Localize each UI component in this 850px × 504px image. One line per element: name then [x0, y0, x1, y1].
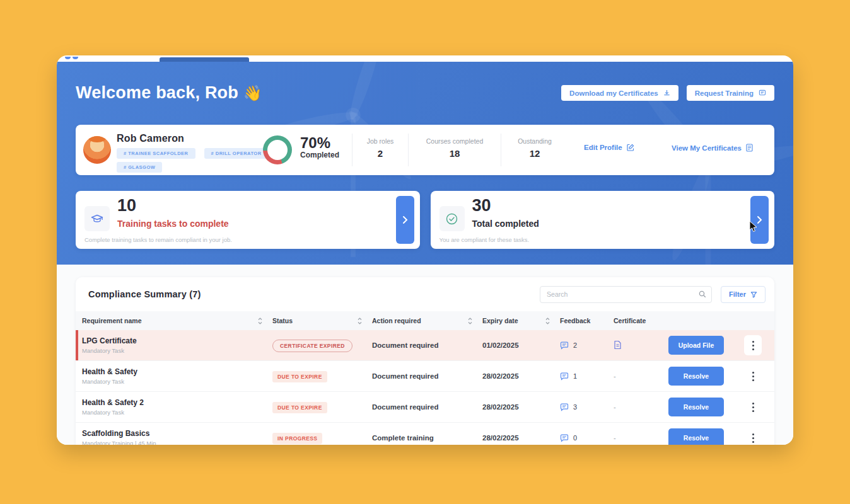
resolve-button[interactable]: Resolve	[668, 428, 724, 445]
chat-bubble-icon	[560, 434, 569, 442]
mouse-cursor	[749, 220, 759, 233]
search-box	[540, 286, 712, 303]
feedback-count[interactable]: 2	[560, 341, 614, 350]
column-header-feedback: Feedback	[560, 317, 614, 324]
requirement-name: Scaffolding Basics	[82, 429, 272, 438]
action-required: Complete training	[372, 434, 482, 442]
profile-name: Rob Cameron	[117, 133, 184, 144]
feedback-count[interactable]: 3	[560, 403, 614, 411]
total-completed-count: 30	[472, 196, 491, 215]
request-training-button[interactable]: Request Training	[687, 85, 774, 101]
role-tag: # DRILL OPERATOR	[204, 148, 269, 159]
requirement-name: Health & Safety	[82, 367, 272, 376]
stat-outstanding: Oustanding 12	[518, 137, 552, 159]
chat-bubble-icon	[560, 372, 569, 381]
training-tasks-title: Training tasks to complete	[117, 219, 229, 229]
table-row[interactable]: Health & Safety Mandatory Task DUE TO EX…	[76, 361, 774, 392]
total-completed-subtitle: You are compliant for these tasks.	[440, 236, 530, 243]
profile-card: Rob Cameron # TRAINEE SCAFFOLDER # DRILL…	[76, 125, 774, 175]
column-header-status[interactable]: Status	[272, 317, 372, 324]
location-tag: # GLASGOW	[117, 162, 162, 173]
expiry-date: 28/02/2025	[482, 403, 560, 411]
completion-readout: 70% Completed	[300, 135, 339, 159]
completion-label: Completed	[300, 151, 339, 159]
cropped-logo-mark	[65, 57, 71, 59]
feedback-count[interactable]: 0	[560, 434, 614, 442]
table-row[interactable]: Health & Safety 2 Mandatory Task DUE TO …	[76, 392, 774, 423]
divider	[501, 134, 501, 166]
pencil-square-icon	[627, 144, 634, 151]
content-area: Compliance Summary (7) Filter Requiremen…	[57, 265, 793, 445]
total-completed-card[interactable]: 30 Total completed You are compliant for…	[431, 191, 775, 249]
divider	[408, 134, 409, 166]
search-input[interactable]	[540, 286, 712, 303]
requirement-name: LPG Certificate	[82, 336, 272, 345]
status-badge: DUE TO EXPIRE	[272, 371, 327, 382]
expiry-date: 28/02/2025	[482, 372, 560, 380]
column-header-certificate: Certificate	[614, 317, 668, 324]
kebab-menu-icon[interactable]	[744, 335, 762, 355]
training-tasks-chevron-button[interactable]	[396, 196, 414, 244]
resolve-button[interactable]: Resolve	[668, 367, 724, 386]
sort-arrows-icon[interactable]	[468, 318, 472, 324]
check-circle-icon	[446, 213, 458, 225]
cropped-logo-mark	[73, 57, 78, 59]
kebab-menu-icon[interactable]	[744, 397, 762, 417]
chevron-right-icon	[402, 215, 408, 224]
column-header-expiry-date[interactable]: Expiry date	[482, 317, 560, 324]
search-icon[interactable]	[699, 290, 706, 298]
divider	[352, 134, 352, 166]
table-row[interactable]: Scaffolding Basics Mandatory Training | …	[76, 423, 774, 445]
file-icon	[614, 340, 622, 350]
table-header-row: Requirement name Status Action required …	[76, 311, 774, 330]
training-tasks-subtitle: Complete training tasks to remain compli…	[84, 236, 232, 243]
compliance-summary-card: Compliance Summary (7) Filter Requiremen…	[76, 277, 774, 445]
total-completed-title: Total completed	[472, 219, 539, 229]
status-badge: IN PROGRESS	[272, 433, 322, 444]
wave-emoji: 👋	[243, 84, 262, 101]
compliance-summary-title: Compliance Summary (7)	[88, 289, 201, 299]
column-header-action-required[interactable]: Action required	[372, 317, 482, 324]
training-tasks-count: 10	[117, 196, 136, 215]
icon-tile	[84, 206, 110, 231]
completion-donut	[263, 135, 292, 164]
resolve-button[interactable]: Resolve	[668, 398, 724, 416]
role-tag: # TRAINEE SCAFFOLDER	[117, 148, 195, 159]
status-badge: CERTIFICATE EXPIRED	[272, 340, 352, 352]
total-completed-chevron-button[interactable]	[750, 196, 769, 244]
filter-button[interactable]: Filter	[721, 286, 766, 303]
requirement-subtitle: Mandatory Task	[82, 409, 272, 416]
app-window: Welcome back, Rob 👋 Download my Certific…	[57, 55, 793, 445]
requirement-name: Health & Safety 2	[82, 398, 272, 407]
dashboard-header: Welcome back, Rob 👋 Download my Certific…	[57, 62, 793, 265]
download-certificates-button[interactable]: Download my Certificates	[561, 85, 678, 101]
chat-bubble-icon	[560, 403, 569, 411]
requirement-subtitle: Mandatory Training | 45 Min	[82, 440, 272, 445]
sort-arrows-icon[interactable]	[545, 318, 550, 324]
kebab-menu-icon[interactable]	[744, 428, 762, 445]
page-title: Welcome back, Rob 👋	[76, 83, 262, 103]
kebab-menu-icon[interactable]	[744, 366, 762, 386]
expiry-date: 01/02/2025	[482, 341, 560, 349]
sort-arrows-icon[interactable]	[258, 318, 262, 324]
completion-percent: 70%	[300, 135, 339, 151]
column-header-requirement-name[interactable]: Requirement name	[82, 317, 272, 324]
action-required: Document required	[372, 341, 482, 349]
funnel-icon	[750, 291, 757, 298]
certificate-empty: -	[614, 434, 668, 442]
expiry-date: 28/02/2025	[482, 434, 560, 442]
upload-file-button[interactable]: Upload File	[668, 336, 724, 355]
view-certificates-link[interactable]: View My Certificates	[672, 144, 753, 152]
icon-tile	[440, 206, 465, 231]
edit-profile-link[interactable]: Edit Profile	[584, 144, 634, 151]
stat-courses-completed: Courses completed 18	[426, 137, 483, 159]
table-row[interactable]: LPG Certificate Mandatory Task CERTIFICA…	[76, 330, 774, 361]
desktop-background: Welcome back, Rob 👋 Download my Certific…	[0, 0, 850, 504]
certificate-empty: -	[614, 403, 668, 411]
sort-arrows-icon[interactable]	[358, 318, 362, 324]
feedback-count[interactable]: 1	[560, 372, 614, 381]
graduation-cap-icon	[91, 214, 103, 224]
requirement-subtitle: Mandatory Task	[82, 347, 272, 354]
training-tasks-card[interactable]: 10 Training tasks to complete Complete t…	[76, 191, 420, 249]
certificate-file[interactable]	[614, 340, 668, 351]
